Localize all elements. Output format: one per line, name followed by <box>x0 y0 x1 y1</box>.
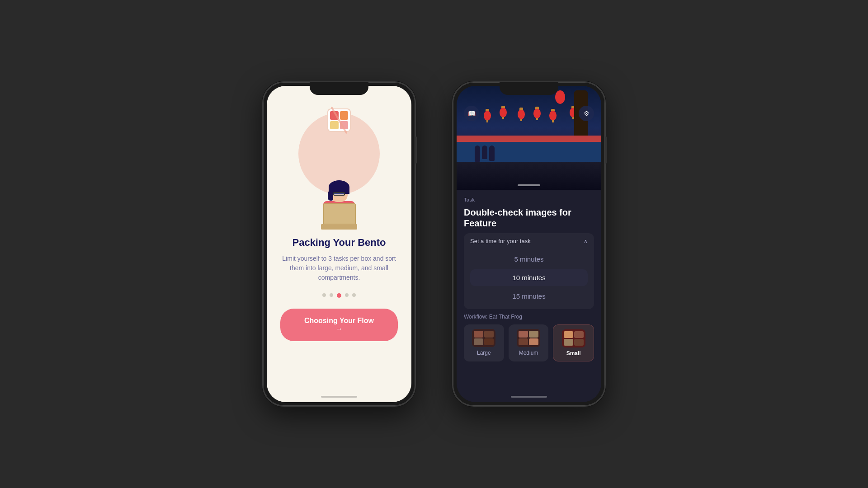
time-option-15min[interactable]: 15 minutes <box>470 288 588 305</box>
bento-cell-3 <box>330 121 339 130</box>
bento-cell-2 <box>340 111 349 120</box>
illustration-area <box>289 108 389 226</box>
right-phone: 📖 ⚙ Task Double-check images for Feature… <box>452 81 606 407</box>
dot-5 <box>352 293 356 297</box>
laptop <box>321 224 357 230</box>
task-label: Task <box>464 197 594 202</box>
card-icon-small <box>562 329 585 347</box>
workflow-cards: Large Medium <box>464 324 594 361</box>
time-option-10min[interactable]: 10 minutes <box>470 269 588 286</box>
dot-4 <box>345 293 349 297</box>
top-icon-row: 📖 ⚙ <box>457 106 601 121</box>
gear-icon: ⚙ <box>584 110 590 117</box>
dot-1 <box>322 293 326 297</box>
people-group <box>475 145 495 162</box>
content-area: Task Double-check images for Feature Set… <box>457 190 601 402</box>
scene-background: 📖 ⚙ <box>457 86 601 190</box>
scene-progress-pill <box>518 184 540 186</box>
big-lantern <box>555 90 565 104</box>
home-indicator-dark <box>511 396 547 398</box>
character-glasses <box>333 192 345 196</box>
right-screen: 📖 ⚙ Task Double-check images for Feature… <box>457 86 601 402</box>
left-phone: Packing Your Bento Limit yourself to 3 t… <box>262 81 416 407</box>
workflow-card-large[interactable]: Large <box>464 324 504 361</box>
person-2 <box>482 145 487 159</box>
left-screen: Packing Your Bento Limit yourself to 3 t… <box>267 86 411 402</box>
person-1 <box>475 145 480 162</box>
time-section-label: Set a time for your task <box>470 238 531 244</box>
card-icon-medium <box>517 329 540 347</box>
chevron-up-icon: ∧ <box>584 238 588 244</box>
pagination-dots <box>322 293 356 298</box>
time-section-header[interactable]: Set a time for your task ∧ <box>464 233 594 249</box>
task-title: Double-check images for Feature <box>464 207 594 229</box>
character-head <box>330 184 348 202</box>
workflow-card-medium[interactable]: Medium <box>509 324 549 361</box>
scene-illustration: 📖 ⚙ <box>457 86 601 190</box>
character <box>323 184 355 226</box>
card-label-small: Small <box>566 350 581 357</box>
card-label-large: Large <box>477 350 491 356</box>
left-text-area: Packing Your Bento Limit yourself to 3 t… <box>267 237 411 282</box>
workflow-label: Workflow: Eat That Frog <box>464 314 594 320</box>
book-icon: 📖 <box>468 110 476 117</box>
time-options-list: 5 minutes 10 minutes 15 minutes <box>464 249 594 309</box>
workflow-card-small[interactable]: Small <box>553 324 594 361</box>
dot-2 <box>330 293 333 297</box>
workflow-section: Workflow: Eat That Frog Large <box>464 314 594 397</box>
home-indicator <box>321 396 357 398</box>
cta-button[interactable]: Choosing Your Flow → <box>280 309 398 341</box>
time-option-5min[interactable]: 5 minutes <box>470 251 588 267</box>
character-body <box>323 201 355 226</box>
dot-3-active <box>337 293 341 298</box>
card-icon-large <box>472 329 495 347</box>
page-subtitle: Limit yourself to 3 tasks per box and so… <box>280 254 398 282</box>
gear-icon-button[interactable]: ⚙ <box>579 106 594 121</box>
page-title: Packing Your Bento <box>280 237 398 249</box>
time-section: Set a time for your task ∧ 5 minutes 10 … <box>464 233 594 309</box>
card-label-medium: Medium <box>519 350 538 356</box>
person-3 <box>489 145 495 161</box>
book-icon-button[interactable]: 📖 <box>464 106 479 121</box>
